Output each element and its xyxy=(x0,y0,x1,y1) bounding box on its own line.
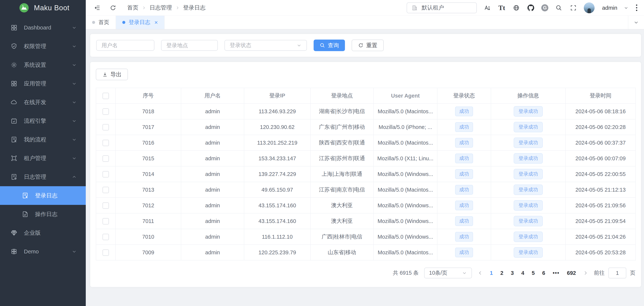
tab-login-log[interactable]: 登录日志 × xyxy=(116,16,165,29)
row-checkbox[interactable] xyxy=(102,124,109,130)
page-number[interactable]: 3 xyxy=(511,270,514,276)
chevron-down-icon xyxy=(462,270,467,275)
sidebar-item-label: 操作日志 xyxy=(35,210,77,218)
sidebar-item-label: 权限管理 xyxy=(24,43,72,50)
prev-page-icon[interactable] xyxy=(478,270,483,276)
more-options-icon[interactable] xyxy=(635,3,638,12)
reset-button[interactable]: 重置 xyxy=(352,40,384,51)
cell-id: 7018 xyxy=(116,104,181,119)
sidebar-item-label: Dashboard xyxy=(24,25,72,31)
tenant-select[interactable]: 默认租户 xyxy=(407,3,477,13)
page-number[interactable]: 1 xyxy=(490,270,493,276)
status-badge: 成功 xyxy=(455,154,473,163)
sidebar-item-my-workflow[interactable]: 我的流程 xyxy=(0,130,86,149)
operation-badge: 登录成功 xyxy=(514,169,543,179)
status-filter-select[interactable]: 登录状态 xyxy=(224,40,307,51)
column-header-id: 序号 xyxy=(116,88,181,104)
tab-home[interactable]: 首页 xyxy=(86,16,116,29)
export-button[interactable]: 导出 xyxy=(96,69,128,80)
chevron-down-icon[interactable] xyxy=(624,6,628,10)
cell-location: 澳大利亚 xyxy=(310,213,374,229)
row-checkbox[interactable] xyxy=(102,155,109,162)
tab-overflow-button[interactable] xyxy=(628,16,644,29)
sidebar-item-online-dev[interactable]: 在线开发 xyxy=(0,93,86,112)
column-header-ip: 登录IP xyxy=(244,88,310,104)
app-logo[interactable]: Maku Boot xyxy=(0,0,86,16)
breadcrumb-log-management[interactable]: 日志管理 xyxy=(150,4,172,12)
github-icon[interactable] xyxy=(527,4,535,12)
translate-icon[interactable] xyxy=(483,4,491,12)
row-checkbox[interactable] xyxy=(102,234,109,240)
search-icon[interactable] xyxy=(555,4,563,12)
row-checkbox[interactable] xyxy=(102,140,109,146)
table-row: 7016 admin 113.201.252.219 陕西省|西安市|联通 Mo… xyxy=(96,135,636,151)
cell-ip: 43.155.174.160 xyxy=(244,213,310,229)
font-size-icon[interactable]: Tt xyxy=(498,4,506,12)
username-filter-input[interactable] xyxy=(96,40,154,51)
row-checkbox[interactable] xyxy=(102,187,109,193)
page-number[interactable]: 5 xyxy=(532,270,535,276)
cell-location: 江苏省|苏州市|联通 xyxy=(310,151,374,166)
tab-label: 登录日志 xyxy=(129,19,150,26)
cell-location: 广西|桂林市|电信 xyxy=(310,229,374,245)
sidebar-item-operation-log[interactable]: 操作日志 xyxy=(0,205,86,223)
tab-dot xyxy=(92,21,95,24)
chevron-down-icon xyxy=(72,118,77,124)
sidebar-item-logs[interactable]: 日志管理 xyxy=(0,168,86,186)
cell-id: 7017 xyxy=(116,119,181,135)
username-label[interactable]: admin xyxy=(602,5,617,11)
row-checkbox[interactable] xyxy=(102,108,109,115)
page-number[interactable]: 6 xyxy=(542,270,545,276)
globe-icon[interactable] xyxy=(512,4,520,12)
sidebar-item-apps[interactable]: 应用管理 xyxy=(0,74,86,93)
maku-logo-icon xyxy=(19,3,29,13)
row-checkbox[interactable] xyxy=(102,202,109,209)
calendar-check-icon xyxy=(10,117,18,124)
refresh-icon[interactable] xyxy=(109,4,117,12)
breadcrumb-home[interactable]: 首页 xyxy=(127,4,138,12)
row-checkbox[interactable] xyxy=(102,249,109,256)
sidebar-item-enterprise[interactable]: 企业版 xyxy=(0,223,86,242)
close-icon[interactable]: × xyxy=(154,20,158,25)
sidebar-item-tenant[interactable]: 租户管理 xyxy=(0,149,86,168)
gitee-icon[interactable]: G xyxy=(541,4,548,11)
sidebar-item-label: 登录日志 xyxy=(35,192,77,199)
sidebar-item-label: 我的流程 xyxy=(24,136,72,143)
sidebar-item-demo[interactable]: Demo xyxy=(0,242,86,261)
fullscreen-icon[interactable] xyxy=(569,4,578,12)
sidebar-item-dashboard[interactable]: Dashboard xyxy=(0,18,86,37)
query-button[interactable]: 查询 xyxy=(314,40,345,51)
location-filter-input[interactable] xyxy=(161,40,218,51)
row-checkbox[interactable] xyxy=(102,171,109,177)
sidebar-item-label: 租户管理 xyxy=(24,154,72,162)
sidebar-item-system-settings[interactable]: 系统设置 xyxy=(0,56,86,74)
page-number[interactable]: 2 xyxy=(500,270,503,276)
select-all-checkbox[interactable] xyxy=(102,93,109,99)
table-row: 7012 admin 43.155.174.160 澳大利亚 Mozilla/5… xyxy=(96,198,636,213)
pagination: 共 6915 条 10条/页 1 2 3 4 5 6 ••• 692 xyxy=(96,267,636,278)
row-checkbox[interactable] xyxy=(102,218,109,224)
chevron-down-icon xyxy=(72,137,77,142)
cell-ip: 43.155.174.160 xyxy=(244,198,310,213)
app-title: Maku Boot xyxy=(34,4,70,12)
avatar[interactable] xyxy=(584,3,594,13)
page-number-last[interactable]: 692 xyxy=(567,270,576,276)
building-icon xyxy=(412,5,418,11)
page-size-select[interactable]: 10条/页 xyxy=(424,267,472,278)
more-pages-icon[interactable]: ••• xyxy=(553,270,559,276)
table-row: 7014 admin 139.227.74.229 上海|上海市|联通 Mozi… xyxy=(96,166,636,182)
next-page-icon[interactable] xyxy=(583,270,588,276)
topbar: 首页 日志管理 登录日志 默认租户 Tt G xyxy=(86,0,644,16)
sidebar-item-label: 日志管理 xyxy=(24,173,72,181)
sidebar-item-login-log[interactable]: 登录日志 xyxy=(0,186,86,205)
goto-page: 前往 页 xyxy=(594,267,636,278)
table-row: 7013 admin 49.65.150.97 江苏省|南京市|电信 Mozil… xyxy=(96,182,636,198)
collapse-sidebar-icon[interactable] xyxy=(93,4,102,12)
goto-page-input[interactable] xyxy=(608,267,626,278)
page-number[interactable]: 4 xyxy=(521,270,524,276)
sidebar-item-workflow[interactable]: 流程引擎 xyxy=(0,112,86,130)
operation-badge: 登录成功 xyxy=(514,247,543,258)
chevron-down-icon xyxy=(72,100,77,105)
cell-id: 7016 xyxy=(116,135,181,151)
sidebar-item-permissions[interactable]: 权限管理 xyxy=(0,37,86,56)
